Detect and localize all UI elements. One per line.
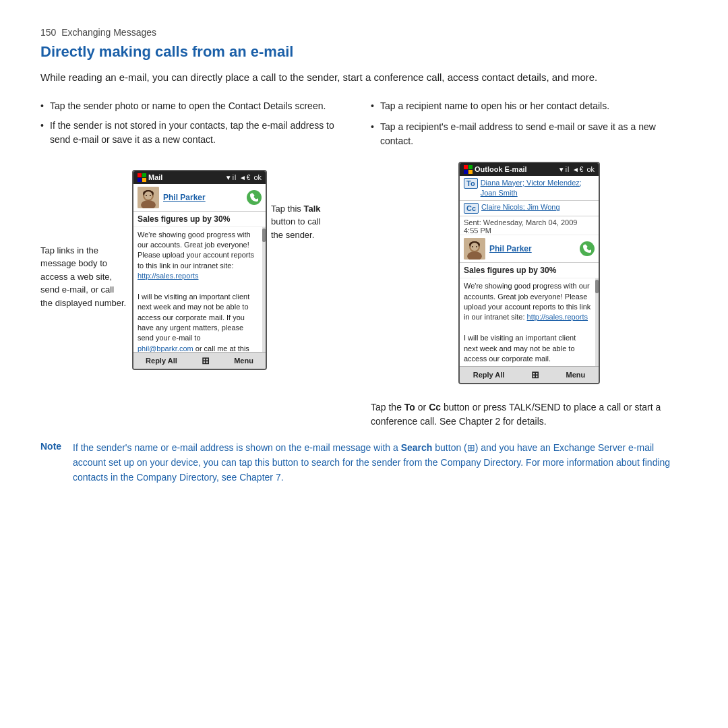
- svg-rect-3: [142, 178, 146, 182]
- left-phone-app-title: Mail: [148, 173, 162, 181]
- svg-point-8: [144, 191, 152, 200]
- svg-point-20: [472, 246, 473, 247]
- right-phone-sender-row: Phil Parker: [460, 235, 599, 263]
- left-body-link1[interactable]: http://sales.reports: [138, 272, 199, 280]
- right-grid-icon[interactable]: ⊞: [531, 369, 539, 380]
- section-title: Directly making calls from an e-mail: [40, 43, 688, 61]
- svg-rect-11: [464, 165, 468, 169]
- right-phone-subject: Sales figures up by 30%: [460, 263, 599, 278]
- chapter-text: Exchanging Messages: [61, 27, 156, 38]
- tap-note-text2: button to call the sender.: [271, 216, 321, 240]
- right-cc-row: Cc Claire Nicols; Jim Wong: [460, 201, 599, 216]
- right-body-text2: I will be visiting an important client n…: [464, 334, 576, 363]
- left-body-text2: I will be visiting an important client n…: [138, 293, 249, 342]
- note-text-2: button (: [432, 442, 466, 453]
- right-sent-row: Sent: Wednesday, March 04, 2009 4:55 PM: [460, 216, 599, 235]
- tap-links-text: Tap links in the message body to access …: [40, 245, 126, 308]
- right-phone-status: ▼il ◄€: [558, 166, 584, 173]
- svg-rect-1: [142, 173, 146, 177]
- left-phone-ok[interactable]: ok: [253, 173, 262, 181]
- svg-rect-14: [468, 170, 473, 174]
- right-sent-date: Sent: Wednesday, March 04, 2009: [464, 218, 595, 226]
- left-phone-body: We're showing good progress with our acc…: [133, 227, 262, 352]
- left-body-link2[interactable]: phil@bparkr.com: [138, 344, 193, 352]
- right-scroll-thumb: [595, 280, 599, 293]
- right-phone-header: Outlook E-mail ▼il ◄€ ok: [460, 163, 599, 176]
- right-to-names[interactable]: Diana Mayer; Victor Melendez; Joan Smith: [481, 178, 595, 199]
- right-phone-icon: [582, 244, 592, 253]
- right-reply-all-btn[interactable]: Reply All: [473, 371, 505, 379]
- left-bullet-2: If the sender is not stored in your cont…: [40, 119, 357, 147]
- page-number: 150 Exchanging Messages: [40, 27, 688, 38]
- note-text-block: If the sender's name or e-mail address i…: [73, 441, 688, 485]
- left-reply-all-btn[interactable]: Reply All: [146, 357, 177, 365]
- note-label: Note: [40, 441, 66, 452]
- right-bullet-list: Tap a recipient name to open his or her …: [371, 99, 688, 155]
- bottom-note: Tap the To or Cc button or press TALK/SE…: [371, 400, 688, 429]
- tap-links-annotation: Tap links in the message body to access …: [40, 170, 128, 310]
- left-scroll-thumb: [262, 229, 266, 242]
- bottom-note-mid1: or: [415, 402, 429, 413]
- right-sender-info: Phil Parker: [464, 238, 532, 260]
- left-scrollbar[interactable]: [262, 227, 266, 352]
- left-bullet-1: Tap the sender photo or name to open the…: [40, 99, 357, 113]
- right-call-button[interactable]: [580, 241, 595, 256]
- right-scrollbar[interactable]: [595, 278, 599, 366]
- right-avatar: [464, 238, 485, 260]
- svg-point-19: [471, 243, 479, 251]
- left-bullet-list: Tap the sender photo or name to open the…: [40, 99, 357, 152]
- svg-rect-2: [138, 178, 142, 182]
- right-to-label[interactable]: To: [464, 178, 478, 189]
- bottom-note-bold2: Cc: [429, 402, 441, 413]
- left-sender-info: Phil Parker: [138, 187, 206, 208]
- left-phone-subject: Sales figures up by 30%: [133, 212, 266, 227]
- svg-point-9: [146, 195, 147, 196]
- left-phone-sender-row: Phil Parker: [133, 184, 266, 212]
- svg-point-10: [150, 195, 151, 196]
- intro-text: While reading an e-mail, you can directl…: [40, 70, 688, 86]
- right-cc-label[interactable]: Cc: [464, 203, 479, 214]
- right-phone-body-area: We're showing good progress with our acc…: [460, 278, 599, 366]
- bottom-note-prefix: Tap the: [371, 402, 404, 413]
- tap-this-annotation: Tap this Talk button to call the sender.: [271, 170, 332, 242]
- right-cc-names[interactable]: Claire Nicols; Jim Wong: [481, 203, 560, 211]
- left-menu-btn[interactable]: Menu: [234, 357, 253, 365]
- right-body-link1[interactable]: http://sales.reports: [527, 313, 588, 321]
- note-text-1: If the sender's name or e-mail address i…: [73, 442, 401, 453]
- note-bold-1: Search: [401, 442, 433, 453]
- tap-note-text: Tap this: [271, 204, 303, 214]
- left-body-text1: We're showing good progress with our acc…: [138, 231, 254, 270]
- svg-rect-13: [464, 170, 468, 174]
- page-number-text: 150: [40, 27, 56, 38]
- right-windows-logo-icon: [464, 165, 473, 174]
- left-phone-header: Mail ▼il ◄€ ok: [133, 171, 266, 184]
- left-sender-name[interactable]: Phil Parker: [163, 193, 206, 202]
- left-phone-body-area: We're showing good progress with our acc…: [133, 227, 266, 352]
- svg-rect-12: [468, 165, 473, 169]
- right-phone-footer: Reply All ⊞ Menu: [460, 366, 599, 383]
- svg-point-21: [476, 246, 477, 247]
- right-bullet-2: Tap a recipient's e-mail address to send…: [371, 120, 688, 148]
- windows-logo-icon: [138, 173, 146, 182]
- right-to-row: To Diana Mayer; Victor Melendez; Joan Sm…: [460, 176, 599, 202]
- right-phone-ok[interactable]: ok: [586, 165, 595, 173]
- phone-icon: [249, 193, 259, 202]
- right-phone-app-title: Outlook E-mail: [475, 165, 527, 173]
- right-avatar-image: [464, 238, 485, 260]
- right-menu-btn[interactable]: Menu: [566, 371, 586, 379]
- right-bullet-1: Tap a recipient name to open his or her …: [371, 99, 688, 113]
- right-phone-mock: Outlook E-mail ▼il ◄€ ok To Diana Mayer;…: [458, 162, 600, 385]
- page: 150 Exchanging Messages Directly making …: [0, 0, 728, 512]
- left-phone-mock: Mail ▼il ◄€ ok: [132, 170, 267, 370]
- left-phone-footer: Reply All ⊞ Menu: [133, 352, 266, 369]
- note-section: Note If the sender's name or e-mail addr…: [40, 441, 688, 485]
- left-avatar: [138, 187, 159, 208]
- right-sent-time: 4:55 PM: [464, 226, 595, 235]
- tap-note-bold: Talk: [303, 204, 320, 214]
- left-avatar-image: [138, 187, 159, 208]
- right-phone-body: We're showing good progress with our acc…: [460, 278, 595, 366]
- left-call-button[interactable]: [247, 190, 262, 205]
- right-sender-name[interactable]: Phil Parker: [489, 244, 532, 253]
- left-grid-icon[interactable]: ⊞: [202, 355, 210, 366]
- note-icon: ⊞: [467, 442, 475, 453]
